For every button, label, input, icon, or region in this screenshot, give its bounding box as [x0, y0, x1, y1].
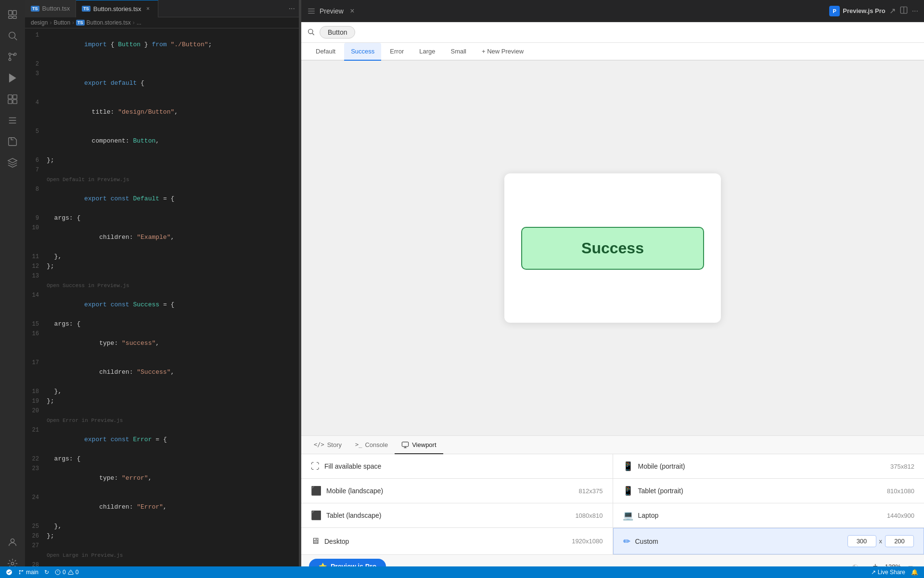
- breadcrumb-file[interactable]: TS Button.stories.tsx: [76, 19, 131, 26]
- viewport-desktop-label: Desktop: [324, 538, 567, 545]
- viewport-mobile-landscape[interactable]: ⬛ Mobile (landscape) 812x375: [301, 479, 613, 503]
- tab-large-label: Large: [419, 48, 435, 55]
- viewport-mobile-portrait[interactable]: 📱 Mobile (portrait) 375x812: [613, 454, 924, 478]
- viewport-tablet-portrait[interactable]: 📱 Tablet (portrait) 810x1080: [613, 479, 924, 503]
- code-line-4: 4 title: "design/Button",: [25, 98, 299, 127]
- mobile-portrait-icon: 📱: [623, 461, 633, 472]
- tab-large[interactable]: Large: [412, 43, 442, 61]
- tab-button-tsx[interactable]: TS Button.tsx: [25, 0, 76, 17]
- svg-point-7: [9, 58, 11, 61]
- tab-default-label: Default: [316, 48, 335, 55]
- tab-close-button[interactable]: ×: [144, 5, 152, 13]
- viewport-tablet-portrait-label: Tablet (portrait): [638, 487, 882, 495]
- sync-icon: ↻: [44, 569, 49, 576]
- code-line-16: 16 type: "success",: [25, 329, 299, 358]
- viewport-fill[interactable]: ⛶ Fill available space: [301, 454, 613, 478]
- code-editor[interactable]: 1 import { Button } from "./Button"; 2 3…: [25, 28, 299, 578]
- console-icon: >_: [355, 441, 362, 448]
- bottom-tab-viewport[interactable]: Viewport: [395, 436, 443, 454]
- code-line-22: 22 args: {: [25, 454, 299, 464]
- search-icon[interactable]: [3, 26, 22, 45]
- breadcrumb: design › Button › TS Button.stories.tsx …: [25, 17, 299, 28]
- viewport-tablet-landscape[interactable]: ⬛ Tablet (landscape) 1080x810: [301, 503, 613, 527]
- storybook-icon[interactable]: [3, 153, 22, 172]
- tab-small[interactable]: Small: [444, 43, 473, 61]
- viewport-custom-label: Custom: [635, 538, 843, 545]
- svg-point-28: [22, 570, 24, 572]
- code-line-3: 3 export default {: [25, 69, 299, 98]
- live-share-icon: ↗: [871, 569, 876, 576]
- bottom-tab-story[interactable]: </> Story: [307, 436, 348, 454]
- tab-error[interactable]: Error: [383, 43, 411, 61]
- viewport-mobile-portrait-label: Mobile (portrait): [638, 462, 886, 470]
- branch-name: main: [26, 569, 38, 576]
- bottom-tab-console[interactable]: >_ Console: [348, 436, 395, 454]
- remote-status-item[interactable]: [6, 569, 13, 576]
- custom-x-separator: x: [879, 538, 883, 545]
- remote-icon[interactable]: [3, 111, 22, 130]
- preview-split-icon[interactable]: [899, 6, 908, 16]
- extensions-icon[interactable]: [3, 90, 22, 109]
- run-debug-icon[interactable]: [3, 68, 22, 88]
- tab-overflow-menu[interactable]: ···: [285, 4, 299, 13]
- viewport-custom[interactable]: ✏ Custom x: [613, 528, 924, 554]
- svg-rect-12: [8, 100, 12, 104]
- sync-status-item[interactable]: ↻: [44, 569, 49, 576]
- code-hint-success: Open Success in Preview.js: [25, 281, 299, 290]
- tab-new-preview[interactable]: + New Preview: [475, 43, 530, 60]
- mobile-landscape-icon: ⬛: [311, 486, 321, 496]
- svg-rect-3: [13, 16, 16, 19]
- test-icon[interactable]: [3, 132, 22, 151]
- preview-close-button[interactable]: ×: [347, 6, 357, 16]
- viewport-tablet-portrait-size: 810x1080: [887, 487, 914, 495]
- code-line-10: 10 children: "Example",: [25, 223, 299, 252]
- account-icon[interactable]: [3, 533, 22, 552]
- viewport-laptop[interactable]: 💻 Laptop 1440x900: [613, 503, 924, 527]
- preview-actions: P Preview.js Pro ↗ ···: [829, 6, 918, 16]
- code-line-21: 21 export const Error = {: [25, 425, 299, 454]
- files-icon[interactable]: [3, 5, 22, 24]
- live-share-status-item[interactable]: ↗ Live Share: [871, 569, 905, 576]
- tab-small-label: Small: [450, 48, 466, 55]
- notifications-status-item[interactable]: 🔔: [911, 569, 918, 576]
- preview-search-icon[interactable]: [307, 28, 315, 37]
- source-control-icon[interactable]: [3, 47, 22, 66]
- custom-height-input[interactable]: [885, 535, 914, 547]
- code-hint-default: Open Default in Preview.js: [25, 175, 299, 184]
- main-container: TS Button.tsx TS Button.stories.tsx × ··…: [25, 0, 924, 578]
- viewport-laptop-label: Laptop: [638, 512, 882, 519]
- breadcrumb-design[interactable]: design: [31, 19, 48, 26]
- warning-icon: [68, 569, 74, 575]
- preview-external-link-icon[interactable]: ↗: [889, 6, 896, 15]
- code-line-18: 18 },: [25, 387, 299, 396]
- code-line-20: 20: [25, 406, 299, 416]
- success-button[interactable]: Success: [521, 227, 704, 270]
- branch-status-item[interactable]: main: [18, 569, 38, 576]
- code-line-23: 23 type: "error",: [25, 464, 299, 493]
- code-line-1: 1 import { Button } from "./Button";: [25, 30, 299, 59]
- fill-icon: ⛶: [311, 461, 320, 472]
- errors-status-item[interactable]: 0 0: [55, 569, 78, 576]
- preview-more-icon[interactable]: ···: [912, 7, 918, 15]
- tab-success-label: Success: [351, 48, 374, 55]
- breadcrumb-button[interactable]: Button: [53, 19, 70, 26]
- custom-width-input[interactable]: [847, 535, 876, 547]
- tab-success[interactable]: Success: [344, 43, 381, 61]
- tab-new-label: + New Preview: [482, 48, 524, 55]
- breadcrumb-sep-1: ›: [50, 19, 51, 26]
- warning-count: 0: [76, 569, 79, 576]
- tab-button-tsx-label: Button.tsx: [42, 5, 70, 12]
- story-search-text: Button: [328, 28, 347, 36]
- tab-button-stories-tsx[interactable]: TS Button.stories.tsx ×: [76, 0, 158, 17]
- viewport-desktop[interactable]: 🖥 Desktop 1920x1080: [301, 528, 613, 554]
- tab-default[interactable]: Default: [309, 43, 342, 61]
- code-line-25: 25 },: [25, 522, 299, 531]
- code-line-27: 27: [25, 541, 299, 551]
- ts-icon-2: TS: [82, 6, 90, 12]
- error-icon: [55, 569, 61, 575]
- story-search-pill[interactable]: Button: [320, 26, 355, 39]
- live-share-label: Live Share: [878, 569, 905, 576]
- svg-rect-23: [402, 442, 409, 447]
- code-line-17: 17 children: "Success",: [25, 358, 299, 387]
- custom-icon: ✏: [623, 536, 630, 547]
